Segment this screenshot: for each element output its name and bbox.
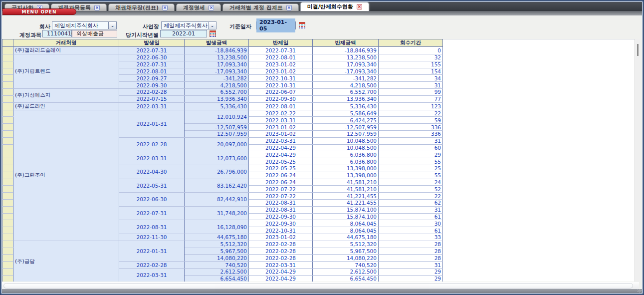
occurrence-date-cell[interactable]: 2022-08-31 — [119, 220, 185, 234]
collection-days-cell[interactable]: 154 — [379, 68, 443, 75]
settlement-amount-cell[interactable]: 5,586,649 — [313, 110, 379, 117]
settlement-date-cell[interactable]: 2022-05-25 — [249, 158, 313, 165]
tab-4[interactable]: 계정명세× — [176, 3, 221, 11]
settlement-amount-cell[interactable]: -17,093,340 — [313, 68, 379, 75]
settlement-amount-cell[interactable]: 14,080,220 — [313, 255, 379, 262]
occurrence-amount-cell[interactable]: 13,936,340 — [185, 95, 249, 102]
settlement-amount-cell[interactable]: 13,398,000 — [313, 172, 379, 179]
settlement-date-cell[interactable]: 2022-03-31 — [249, 262, 313, 269]
settlement-amount-cell[interactable]: 10,048,500 — [313, 137, 379, 144]
row-indicator-cell[interactable] — [2, 95, 13, 102]
column-header[interactable]: 발생일 — [119, 39, 185, 47]
occurrence-amount-cell[interactable]: -18,846,939 — [185, 47, 249, 54]
settlement-date-cell[interactable]: 2022-08-31 — [249, 206, 313, 213]
settlement-date-cell[interactable]: 2022-02-28 — [249, 248, 313, 255]
occurrence-amount-cell[interactable]: 2,612,500 — [185, 268, 249, 275]
row-indicator-cell[interactable] — [2, 68, 13, 75]
row-indicator-cell[interactable] — [2, 47, 13, 54]
occurrence-amount-cell[interactable]: 6,552,700 — [185, 88, 249, 95]
menu-open-button[interactable]: MENU OPEN — [2, 8, 76, 15]
collection-days-cell[interactable]: 52 — [379, 186, 443, 193]
settlement-amount-cell[interactable]: 41,221,455 — [313, 199, 379, 206]
occurrence-amount-cell[interactable]: 740,520 — [185, 262, 249, 269]
calendar-icon[interactable] — [210, 30, 216, 37]
row-indicator-cell[interactable] — [2, 193, 13, 200]
row-indicator-cell[interactable] — [2, 158, 13, 165]
occurrence-date-cell[interactable]: 2022-06-30 — [119, 54, 185, 61]
vendor-name-cell[interactable]: (주)거림트렌드 — [13, 54, 119, 89]
occurrence-amount-cell[interactable]: 4,218,500 — [185, 82, 249, 89]
row-indicator-cell[interactable] — [2, 165, 13, 172]
occurrence-amount-cell[interactable]: 12,507,959 — [185, 130, 249, 137]
collection-days-cell[interactable]: 31 — [379, 206, 443, 213]
occurrence-amount-cell[interactable]: 5,512,320 — [185, 241, 249, 248]
occurrence-amount-cell[interactable]: 17,093,340 — [185, 61, 249, 68]
settlement-amount-cell[interactable]: 10,048,500 — [313, 144, 379, 151]
row-indicator-cell[interactable] — [2, 110, 13, 117]
occurrence-date-cell[interactable]: 2022-11-30 — [119, 234, 185, 241]
settlement-amount-cell[interactable]: 15,874,100 — [313, 206, 379, 213]
collection-days-cell[interactable]: 28 — [379, 248, 443, 255]
settlement-date-cell[interactable]: 2022-08-01 — [249, 54, 313, 61]
settlement-amount-cell[interactable]: 15,874,100 — [313, 213, 379, 220]
vertical-scrollbar-thumb[interactable] — [637, 44, 639, 56]
collection-days-cell[interactable]: 28 — [379, 255, 443, 262]
collection-days-cell[interactable]: 31 — [379, 82, 443, 89]
vendor-name-cell[interactable]: (주)금담 — [13, 241, 119, 282]
occurrence-amount-cell[interactable]: 31,748,200 — [185, 206, 249, 220]
occurrence-date-cell[interactable]: 2022-03-31 — [119, 268, 185, 282]
tab-6[interactable]: 미결/반제회수현황× — [300, 2, 369, 11]
settlement-date-cell[interactable]: 2022-08-01 — [249, 102, 313, 110]
settlement-date-cell[interactable]: 2022-03-31 — [249, 117, 313, 124]
collection-days-cell[interactable]: 336 — [379, 130, 443, 137]
row-indicator-cell[interactable] — [2, 82, 13, 89]
occurrence-date-cell[interactable]: 2022-08-01 — [119, 68, 185, 75]
row-indicator-cell[interactable] — [2, 213, 13, 220]
settlement-date-cell[interactable]: 2022-10-31 — [249, 75, 313, 82]
row-indicator-cell[interactable] — [2, 117, 13, 124]
tab-close-icon[interactable]: × — [286, 5, 292, 10]
occurrence-amount-cell[interactable]: -17,093,340 — [185, 68, 249, 75]
collection-days-cell[interactable]: 99 — [379, 88, 443, 95]
base-date-input[interactable]: 2023-01-05 — [256, 21, 296, 29]
collection-days-cell[interactable]: 60 — [379, 144, 443, 151]
collection-days-cell[interactable]: 336 — [379, 124, 443, 131]
start-month-input[interactable]: 2022-01 — [160, 30, 207, 37]
account-name-field[interactable]: 외상매출금 — [72, 30, 117, 37]
column-header[interactable]: 거래처명 — [13, 39, 119, 47]
row-indicator-cell[interactable] — [2, 179, 13, 186]
occurrence-amount-cell[interactable]: 5,336,430 — [185, 102, 249, 110]
occurrence-date-cell[interactable]: 2022-02-28 — [119, 137, 185, 151]
settlement-amount-cell[interactable]: 13,238,500 — [313, 54, 379, 61]
settlement-amount-cell[interactable]: 740,520 — [313, 262, 379, 269]
row-indicator-cell[interactable] — [2, 186, 13, 193]
vertical-scrollbar[interactable] — [635, 39, 640, 282]
settlement-date-cell[interactable]: 2022-06-24 — [249, 172, 313, 179]
row-indicator-cell[interactable] — [2, 172, 13, 179]
settlement-amount-cell[interactable]: 44,675,180 — [313, 234, 379, 241]
vendor-name-cell[interactable]: (주)갤러리드슬레이 — [13, 47, 119, 54]
settlement-date-cell[interactable]: 2022-10-31 — [249, 227, 313, 234]
row-indicator-cell[interactable] — [2, 248, 13, 255]
occurrence-amount-cell[interactable]: 20,097,000 — [185, 137, 249, 151]
row-indicator-cell[interactable] — [2, 206, 13, 213]
row-indicator-cell[interactable] — [2, 124, 13, 131]
settlement-date-cell[interactable]: 2023-01-02 — [249, 130, 313, 137]
collection-days-cell[interactable]: 123 — [379, 102, 443, 110]
occurrence-date-cell[interactable]: 2022-04-30 — [119, 165, 185, 179]
settlement-date-cell[interactable]: 2022-06-24 — [249, 179, 313, 186]
horizontal-scrollbar-thumb[interactable] — [3, 283, 633, 289]
collection-days-cell[interactable]: 22 — [379, 193, 443, 200]
settlement-date-cell[interactable]: 2022-07-22 — [249, 186, 313, 193]
settlement-date-cell[interactable]: 2022-02-22 — [249, 110, 313, 117]
settlement-amount-cell[interactable]: 6,552,700 — [313, 88, 379, 95]
settlement-date-cell[interactable]: 2022-02-28 — [249, 241, 313, 248]
settlement-date-cell[interactable]: 2023-01-02 — [249, 61, 313, 68]
settlement-amount-cell[interactable]: 6,036,800 — [313, 151, 379, 158]
occurrence-date-cell[interactable]: 2022-07-15 — [119, 95, 185, 102]
occurrence-amount-cell[interactable]: 13,238,500 — [185, 54, 249, 61]
collection-days-cell[interactable]: 24 — [379, 179, 443, 186]
settlement-date-cell[interactable]: 2023-01-02 — [249, 234, 313, 241]
occurrence-amount-cell[interactable]: 12,010,924 — [185, 110, 249, 124]
vendor-name-cell[interactable]: (주)거성에스지 — [13, 88, 119, 102]
